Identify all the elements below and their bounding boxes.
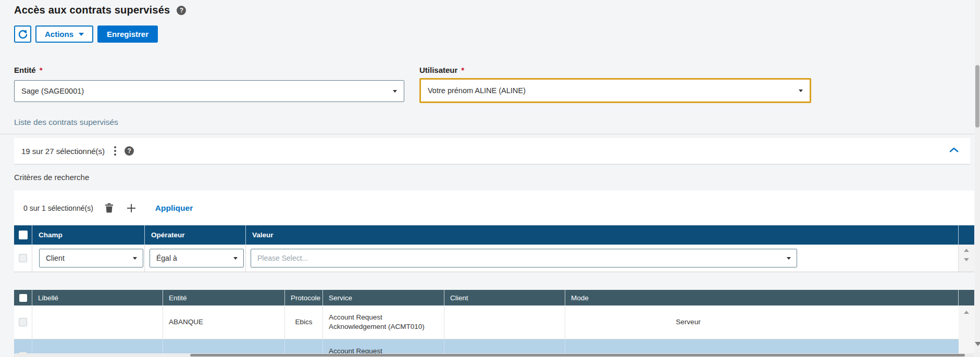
entity-select-value: Sage (SAGE0001) — [21, 87, 84, 95]
criteria-title: Critères de recherche — [14, 173, 89, 182]
criteria-row-checkbox-cell — [14, 245, 32, 272]
operateur-select[interactable]: Égal à — [150, 249, 244, 267]
horizontal-scrollbar-thumb[interactable] — [190, 354, 965, 356]
client-cell — [444, 305, 565, 339]
contract-row[interactable]: ABANQUE Ebics Account Request Acknowledg… — [14, 305, 959, 339]
champ-select-value: Client — [46, 254, 65, 262]
scroll-up-icon[interactable] — [964, 311, 969, 314]
column-header-operateur: Opérateur — [145, 225, 246, 245]
help-icon[interactable]: ? — [177, 6, 186, 15]
criteria-scrollbar — [959, 245, 974, 272]
list-section-title: Liste des contrats supervisés — [14, 118, 118, 127]
selection-summary: 19 sur 27 sélectionné(s) — [21, 147, 105, 156]
add-criteria-button[interactable] — [125, 202, 138, 214]
collapse-panel-button[interactable] — [948, 146, 960, 154]
actions-button[interactable]: Actions — [35, 26, 93, 43]
column-header-service: Service — [323, 290, 444, 305]
chevron-down-icon — [233, 257, 238, 260]
contracts-select-all-cell — [14, 290, 32, 305]
mode-cell: Serveur — [565, 305, 959, 339]
column-header-champ: Champ — [32, 225, 145, 245]
libelle-cell — [32, 305, 163, 339]
scroll-down-icon[interactable] — [964, 258, 969, 261]
refresh-icon — [18, 29, 28, 40]
horizontal-scrollbar[interactable] — [14, 353, 974, 357]
user-select-value: Votre prénom ALINE (ALINE) — [428, 86, 526, 95]
protocole-cell: Ebics — [285, 305, 323, 339]
criteria-selection-summary: 0 sur 1 sélectionné(s) — [23, 204, 93, 212]
criteria-row[interactable]: Client Égal à Please Select... — [14, 245, 974, 272]
row-checkbox-cell — [14, 305, 32, 339]
service-cell: Account Request Acknowledgement (ACMT010… — [323, 305, 444, 339]
operateur-cell: Égal à — [145, 245, 246, 272]
scroll-down-icon[interactable] — [975, 342, 980, 346]
criteria-table: Champ Opérateur Valeur Client Égal à — [14, 225, 974, 272]
chevron-down-icon — [393, 90, 397, 93]
help-icon[interactable]: ? — [125, 146, 134, 156]
section-divider — [0, 134, 975, 134]
column-header-protocole: Protocole — [285, 290, 323, 305]
entity-label: Entité* — [14, 66, 43, 74]
champ-select[interactable]: Client — [39, 249, 143, 267]
user-select[interactable]: Votre prénom ALINE (ALINE) — [419, 78, 811, 103]
column-header-entite: Entité — [163, 290, 285, 305]
operateur-select-value: Égal à — [156, 254, 177, 262]
contracts-scrollbar — [959, 305, 974, 357]
entite-cell: ABANQUE — [163, 305, 285, 339]
criteria-header-spacer — [959, 225, 974, 245]
required-mark: * — [40, 66, 43, 74]
row-checkbox[interactable] — [19, 254, 27, 262]
valeur-cell: Please Select... — [246, 245, 959, 272]
trash-icon — [105, 203, 114, 213]
page-title: Accès aux contrats supervisés — [14, 4, 170, 16]
entity-select[interactable]: Sage (SAGE0001) — [14, 80, 404, 102]
user-label: Utilisateur* — [419, 66, 464, 74]
valeur-select[interactable]: Please Select... — [251, 249, 797, 267]
contracts-header-spacer — [959, 290, 974, 305]
column-header-valeur: Valeur — [246, 225, 959, 245]
criteria-toolbar: 0 sur 1 sélectionné(s) Appliquer — [14, 190, 974, 225]
column-header-client: Client — [444, 290, 565, 305]
chevron-down-icon — [79, 33, 84, 36]
page-header: Accès aux contrats supervisés ? — [14, 4, 186, 16]
chevron-down-icon — [799, 90, 803, 92]
actions-button-label: Actions — [45, 30, 73, 39]
contracts-table-header: Libellé Entité Protocole Service Client … — [14, 290, 974, 305]
column-header-libelle: Libellé — [32, 290, 163, 305]
chevron-down-icon — [787, 257, 791, 260]
contracts-table: Libellé Entité Protocole Service Client … — [14, 290, 974, 357]
chevron-down-icon — [133, 257, 137, 260]
apply-button[interactable]: Appliquer — [152, 203, 196, 213]
valeur-placeholder: Please Select... — [257, 254, 308, 262]
more-options-icon[interactable] — [112, 144, 118, 158]
plus-icon — [126, 203, 137, 213]
select-all-checkbox[interactable] — [19, 231, 28, 239]
criteria-table-header: Champ Opérateur Valeur — [14, 225, 974, 245]
scroll-up-icon[interactable] — [964, 249, 969, 252]
page-scrollbar-thumb[interactable] — [975, 65, 979, 128]
required-mark: * — [461, 66, 464, 74]
row-checkbox[interactable] — [19, 318, 27, 326]
save-button[interactable]: Enregistrer — [97, 26, 158, 43]
champ-cell: Client — [32, 245, 145, 272]
select-all-checkbox[interactable] — [19, 294, 27, 302]
action-toolbar: Actions Enregistrer — [14, 26, 158, 43]
column-header-mode: Mode — [565, 290, 959, 305]
page-scrollbar[interactable] — [975, 0, 980, 357]
selection-panel: 19 sur 27 sélectionné(s) ? — [14, 138, 970, 164]
refresh-button[interactable] — [14, 26, 31, 43]
chevron-up-icon — [949, 147, 959, 152]
delete-criteria-button[interactable] — [104, 202, 115, 214]
supervised-contracts-screen: Accès aux contrats supervisés ? Actions … — [0, 0, 980, 357]
criteria-select-all-cell — [14, 225, 32, 245]
